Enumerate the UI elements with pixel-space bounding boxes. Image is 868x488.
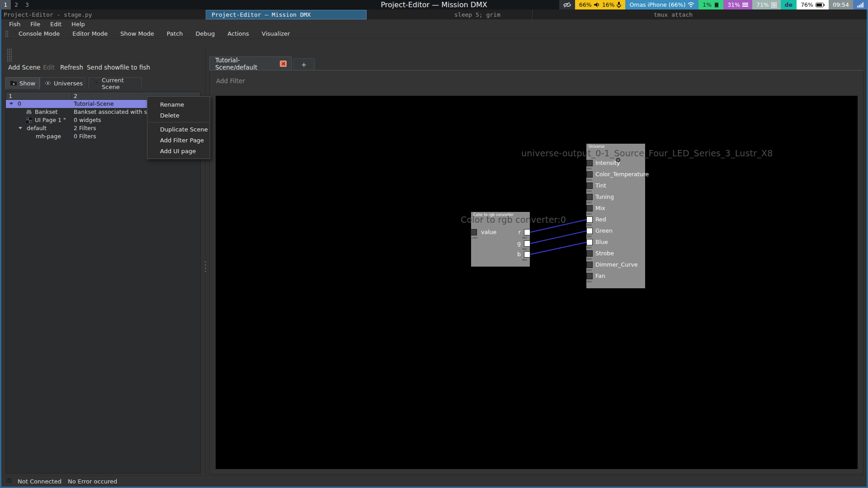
tab-universes[interactable]: Universes (40, 77, 85, 89)
menu-fish[interactable]: Fish (4, 19, 25, 29)
add-filter-button[interactable]: Add Filter (216, 77, 245, 84)
close-tab-icon[interactable] (280, 61, 287, 67)
expand-arrow-icon[interactable] (19, 127, 22, 129)
workspace-button-1[interactable]: 1 (0, 0, 11, 9)
status-segments: 66% 16% Omas iPhone (66%) 1% 31% 71% de … (559, 0, 868, 9)
tab-show[interactable]: ★ Show (5, 77, 40, 89)
statusbar: Not Connected No Error occured (1, 475, 867, 487)
row-col1: Bankset (35, 108, 58, 115)
clock-value: 09:54 (833, 1, 849, 8)
battery-segment[interactable]: 76% (797, 0, 829, 9)
tmux-active-window[interactable]: Project-Editor — Mission DMX (206, 10, 367, 19)
row-col2: 0 Filters (74, 133, 96, 140)
converter-node-label: Color to rgb converter:0 (461, 215, 566, 225)
splitter-handle[interactable] (204, 260, 207, 272)
screen-square-icon (94, 80, 99, 87)
tmux-other-window[interactable]: sleep 5; grim (454, 9, 500, 19)
universe-output-label: universe-output_0-1_Source_Four_LED_Seri… (521, 148, 773, 158)
node-editor-canvas[interactable]: universe-output_0-1_Source_Four_LED_Seri… (216, 96, 858, 469)
screen: 1 2 3 Project-Editor — Mission DMX 66% 1… (0, 0, 868, 488)
expand-arrow-icon[interactable] (9, 103, 13, 105)
ui-page-grid-icon (26, 117, 32, 124)
signal-bars-icon (857, 2, 864, 8)
context-rename[interactable]: Rename (147, 99, 210, 110)
tmux-session-hint: tmux attach (654, 9, 693, 19)
toolbar-drag-handle[interactable] (5, 30, 9, 38)
refresh-button[interactable]: Refresh (60, 64, 83, 71)
disk-value: 71% (756, 1, 769, 8)
cpu-segment[interactable]: 1% (698, 0, 723, 9)
tmux-pane-divider (532, 9, 533, 19)
row-col2: Bankset associated with scen (74, 108, 157, 115)
send-showfile-button[interactable]: Send showfile to fish (87, 64, 150, 71)
tab-current-scene[interactable]: Current Scene (89, 77, 142, 89)
tab-current-scene-label: Current Scene (102, 77, 137, 90)
bankset-sliders-icon (26, 109, 32, 116)
row-col2: 2 Filters (74, 125, 96, 131)
row-col1: UI Page 1 " (35, 117, 66, 123)
memory-segment[interactable]: 31% (723, 0, 752, 9)
new-tab-button[interactable]: + (293, 58, 315, 70)
toolbar-editor-mode[interactable]: Editor Mode (66, 30, 114, 37)
keyboard-layout-value: de (785, 1, 793, 8)
add-scene-button[interactable]: Add Scene (8, 64, 41, 71)
svg-text:★: ★ (12, 82, 15, 86)
workspace-button-2[interactable]: 2 (11, 0, 22, 9)
toolbar-show-mode[interactable]: Show Mode (114, 30, 160, 37)
keyboard-layout-segment[interactable]: de (781, 0, 797, 9)
disk-segment[interactable]: 71% (752, 0, 781, 9)
dock-drag-handle[interactable] (7, 48, 12, 62)
toolbar-actions[interactable]: Actions (221, 30, 255, 37)
context-add-filter-page[interactable]: Add Filter Page (147, 135, 210, 145)
row-col2: 0 widgets (74, 117, 101, 123)
mic-value: 16% (602, 1, 615, 8)
battery-value: 76% (801, 1, 813, 8)
chip-icon (714, 2, 719, 8)
error-status: No Error occured (68, 478, 117, 485)
speaker-icon (594, 2, 600, 7)
menu-file[interactable]: File (25, 19, 45, 29)
tree-column-2: 2 (74, 93, 77, 99)
privacy-segment[interactable] (559, 0, 575, 9)
toolbar-console-mode[interactable]: Console Mode (12, 30, 66, 37)
edit-button[interactable]: Edit (43, 64, 55, 71)
tabbar-baseline (209, 70, 863, 70)
eye-icon (45, 80, 51, 87)
cpu-value: 1% (703, 1, 712, 8)
battery-icon (816, 3, 825, 7)
context-add-ui-page[interactable]: Add UI page (147, 145, 210, 156)
memory-value: 31% (727, 1, 740, 8)
folder-star-icon: ★ (10, 80, 17, 87)
context-delete[interactable]: Delete (147, 110, 210, 121)
eye-slash-icon (563, 2, 571, 8)
tmux-status-bar: Project-Editor - stage.py Project-Editor… (0, 9, 868, 19)
menubar: Fish File Edit Help (1, 19, 867, 29)
column-divider (71, 92, 72, 100)
toolbar-patch[interactable]: Patch (160, 30, 189, 37)
context-menu: Rename Delete Duplicate Scene Add Filter… (147, 96, 210, 159)
window-border-left (0, 9, 1, 488)
menu-edit[interactable]: Edit (45, 19, 66, 29)
network-segment[interactable]: Omas iPhone (66%) (625, 0, 698, 9)
editor-tab-tutorial-scene[interactable]: Tutorial-Scene/default (209, 56, 292, 70)
toolbar-debug[interactable]: Debug (189, 30, 222, 37)
menu-help[interactable]: Help (66, 19, 90, 29)
signal-segment[interactable] (853, 0, 868, 9)
volume-value: 66% (579, 1, 592, 8)
microphone-icon (617, 2, 621, 8)
statusbar-sliders-icon (5, 477, 12, 485)
toolbar-visualizer[interactable]: Visualizer (255, 30, 297, 37)
audio-segment[interactable]: 66% 16% (575, 0, 626, 9)
network-label: Omas iPhone (66%) (629, 1, 685, 8)
row-col1: default (27, 125, 47, 131)
context-duplicate-scene[interactable]: Duplicate Scene (147, 124, 210, 135)
tree-column-1: 1 (9, 93, 12, 99)
tmux-pane-title: Project-Editor - stage.py (4, 9, 92, 19)
workspace-button-3[interactable]: 3 (22, 0, 33, 9)
editor-tab-label: Tutorial-Scene/default (215, 56, 276, 71)
tab-show-label: Show (19, 80, 35, 87)
clock-segment[interactable]: 09:54 (829, 0, 853, 9)
row-col1: 0 (18, 100, 21, 107)
grid-badge-icon (771, 2, 777, 8)
tab-universes-label: Universes (54, 80, 83, 87)
